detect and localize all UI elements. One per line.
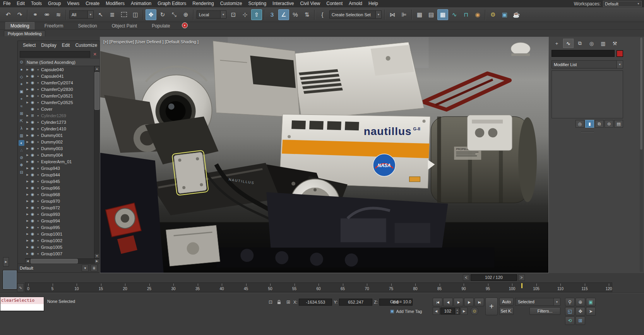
visibility-eye-icon[interactable]: ◉ bbox=[30, 225, 35, 229]
visibility-eye-icon[interactable]: ◉ bbox=[30, 107, 35, 111]
show-end-result-button[interactable]: ▮ bbox=[585, 120, 594, 128]
expand-icon[interactable]: ▶ bbox=[26, 134, 29, 137]
expand-icon[interactable]: ▶ bbox=[26, 147, 29, 150]
display-geometry-icon[interactable]: ● bbox=[19, 67, 24, 72]
display-bones-icon[interactable]: λ bbox=[19, 125, 24, 131]
schematic-view-button[interactable]: ⊓ bbox=[461, 9, 471, 20]
menu-rendering[interactable]: Rendering bbox=[189, 0, 217, 7]
menu-modifiers[interactable]: Modifiers bbox=[103, 0, 128, 7]
scene-object-row[interactable]: ▶≣●Cylinder1269 bbox=[25, 112, 94, 119]
selection-filter-dropdown[interactable]: All▼ bbox=[69, 10, 94, 19]
visibility-eye-icon[interactable]: ◉ bbox=[30, 159, 35, 164]
select-and-link-button[interactable]: ⚭ bbox=[30, 9, 41, 20]
scrollbar-thumb[interactable] bbox=[94, 72, 99, 110]
timeline-ruler[interactable]: 0510152025303540455055606570758085909510… bbox=[25, 282, 612, 292]
visibility-eye-icon[interactable]: ◉ bbox=[30, 212, 35, 216]
remove-modifier-button[interactable]: ⊖ bbox=[605, 120, 613, 128]
display-groups-icon[interactable]: ⊞ bbox=[19, 111, 24, 116]
tab-motion[interactable]: ◎ bbox=[586, 39, 597, 48]
scene-object-row[interactable]: ▶◉●Group995 bbox=[25, 224, 94, 231]
select-and-move-button[interactable]: ✥ bbox=[146, 9, 156, 20]
modifier-list-dropdown[interactable]: Modifier List ▼ bbox=[552, 60, 623, 68]
scene-object-row[interactable]: ▶◉●Group1001 bbox=[25, 231, 94, 237]
menu-help[interactable]: Help bbox=[365, 0, 381, 7]
display-hidden-icon[interactable]: ⊘ bbox=[19, 155, 24, 161]
set-keys-button[interactable]: + bbox=[485, 297, 498, 315]
visibility-eye-icon[interactable]: ◉ bbox=[30, 146, 35, 150]
perspective-viewport[interactable]: [+] [Perspective] [User Defined ] [Defau… bbox=[100, 37, 549, 273]
display-lights-icon[interactable]: ✶ bbox=[19, 81, 24, 87]
display-shapes-icon[interactable]: ◇ bbox=[19, 74, 24, 80]
current-frame-marker[interactable] bbox=[521, 283, 522, 288]
expand-icon[interactable]: ▶ bbox=[26, 226, 29, 229]
visibility-eye-icon[interactable]: ◉ bbox=[30, 140, 35, 144]
y-coordinate-field[interactable]: 652.247 bbox=[339, 299, 372, 306]
explorer-menu-display[interactable]: Display bbox=[38, 43, 59, 48]
select-and-scale-button[interactable]: ⤡ bbox=[169, 9, 180, 20]
previous-frame-arrow[interactable]: < bbox=[463, 274, 469, 281]
menu-views[interactable]: Views bbox=[64, 0, 82, 7]
use-pivot-center-button[interactable]: ⊡ bbox=[228, 9, 239, 20]
spin-up-icon[interactable]: ▴ bbox=[455, 308, 459, 311]
viewport-layout-tab[interactable] bbox=[3, 270, 17, 289]
zoom-all-button[interactable]: ⊕ bbox=[575, 298, 585, 306]
toggle-layer-explorer-button[interactable]: ▤ bbox=[426, 9, 437, 20]
align-button[interactable]: ⊫ bbox=[399, 9, 409, 20]
scene-object-row[interactable]: ▶◉●Group1007 bbox=[25, 250, 94, 257]
redo-button[interactable]: ↷ bbox=[14, 9, 25, 20]
tab-selection[interactable]: Selection bbox=[73, 22, 101, 29]
select-object-button[interactable]: ↖ bbox=[95, 9, 106, 20]
expand-icon[interactable]: ▶ bbox=[26, 81, 29, 84]
active-layer-value[interactable]: Default bbox=[20, 266, 33, 270]
scene-object-row[interactable]: ▶◉●Group970 bbox=[25, 198, 94, 204]
select-and-rotate-button[interactable]: ↻ bbox=[157, 9, 168, 20]
workspace-select[interactable]: Default ▼ bbox=[603, 1, 642, 7]
expand-icon[interactable]: ▶ bbox=[26, 232, 29, 236]
scene-object-row[interactable]: ▶◉●Group968 bbox=[25, 191, 94, 198]
scene-object-row[interactable]: ▶◉●Group1002 bbox=[25, 237, 94, 244]
tab-object-paint[interactable]: Object Paint bbox=[107, 22, 142, 29]
visibility-eye-icon[interactable]: ◉ bbox=[30, 232, 35, 236]
visibility-eye-icon[interactable]: ◉ bbox=[30, 133, 35, 137]
scene-object-row[interactable]: ▶◉●ChamferCyl2074 bbox=[25, 79, 94, 86]
display-frozen-icon[interactable]: ✻ bbox=[19, 162, 24, 168]
tab-create[interactable]: + bbox=[552, 39, 562, 48]
scene-object-row[interactable]: ▶◉●Dummy001 bbox=[25, 132, 94, 138]
expand-icon[interactable]: ▶ bbox=[26, 239, 29, 242]
scene-object-row[interactable]: ▶◉●Group972 bbox=[25, 204, 94, 211]
absolute-offset-toggle-icon[interactable]: ⊞ bbox=[285, 299, 292, 306]
menu-customize[interactable]: Customize bbox=[217, 0, 245, 7]
expand-icon[interactable]: ▶ bbox=[26, 68, 29, 71]
expand-icon[interactable]: ▶ bbox=[26, 94, 29, 97]
scene-object-row[interactable]: ▶◉●ExplorerArm_01 bbox=[25, 158, 94, 165]
select-and-place-button[interactable]: ⊕ bbox=[180, 9, 191, 20]
expand-icon[interactable]: ▶ bbox=[26, 193, 29, 196]
explorer-vertical-scrollbar[interactable]: ▲ ▼ bbox=[94, 66, 99, 258]
go-to-start-button[interactable]: |◀ bbox=[433, 298, 442, 306]
expand-icon[interactable]: ▶ bbox=[26, 186, 29, 190]
rendered-frame-button[interactable]: ▣ bbox=[499, 9, 510, 20]
next-frame-arrow[interactable]: > bbox=[518, 274, 525, 281]
scene-object-row[interactable]: ▶◉●ChamferCyl3521 bbox=[25, 92, 94, 99]
visibility-eye-icon[interactable]: ◉ bbox=[30, 173, 35, 177]
make-unique-button[interactable]: ⧉ bbox=[595, 120, 604, 128]
explorer-column-header[interactable]: Name (Sorted Ascending) bbox=[25, 59, 99, 66]
tab-display[interactable]: ▥ bbox=[598, 39, 608, 48]
layer-stack-icon[interactable]: ≣ bbox=[30, 113, 35, 118]
play-button[interactable]: ▶ bbox=[454, 298, 463, 306]
scene-object-row[interactable]: ▶◉●Cylinder1410 bbox=[25, 125, 94, 132]
scene-object-row[interactable]: ▶◉●Group1005 bbox=[25, 244, 94, 250]
visibility-eye-icon[interactable]: ◉ bbox=[30, 192, 35, 197]
unlink-selection-button[interactable]: ⚮ bbox=[41, 9, 52, 20]
visibility-eye-icon[interactable]: ◉ bbox=[30, 166, 35, 170]
auto-key-button[interactable]: Auto bbox=[499, 298, 514, 306]
visibility-eye-icon[interactable]: ◉ bbox=[30, 186, 35, 190]
menu-civil-view[interactable]: Civil View bbox=[297, 0, 323, 7]
explorer-horizontal-scrollbar[interactable]: ◀ ▶ bbox=[25, 258, 99, 263]
tab-freeform[interactable]: Freeform bbox=[40, 22, 68, 29]
render-setup-button[interactable]: ⚙ bbox=[488, 9, 498, 20]
expand-icon[interactable]: ▶ bbox=[26, 101, 29, 104]
toggle-scene-explorer-button[interactable]: ▦ bbox=[414, 9, 425, 20]
viewport-label[interactable]: [+] [Perspective] [User Defined ] [Defau… bbox=[103, 39, 199, 44]
listener-line[interactable] bbox=[0, 304, 44, 311]
